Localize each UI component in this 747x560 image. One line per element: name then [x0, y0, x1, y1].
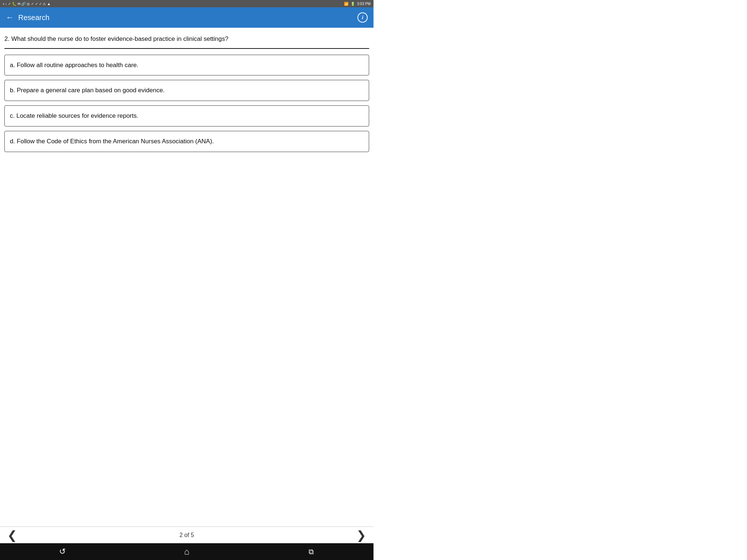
question-divider: [4, 48, 369, 49]
wifi-icon: 📶: [344, 2, 348, 6]
app-bar: ← Research i: [0, 7, 374, 28]
answer-option-b[interactable]: b. Prepare a general care plan based on …: [4, 80, 369, 101]
back-button[interactable]: ←: [6, 13, 14, 22]
notification-icons: ▪ ↓ ✓ 🐛 ✉ 🔗 ◎ ✓ ✓ ✓ ⚠ ▲: [3, 2, 51, 6]
main-content: 2. What should the nurse do to foster ev…: [0, 28, 374, 159]
answer-option-a[interactable]: a. Follow all routine approaches to heal…: [4, 55, 369, 76]
status-bar-left: ▪ ↓ ✓ 🐛 ✉ 🔗 ◎ ✓ ✓ ✓ ⚠ ▲: [3, 2, 51, 6]
app-bar-title: Research: [18, 13, 357, 22]
status-bar-right: 📶 🔋 3:03 PM: [344, 2, 371, 6]
answer-option-c[interactable]: c. Locate reliable sources for evidence …: [4, 105, 369, 127]
question-text: 2. What should the nurse do to foster ev…: [4, 34, 369, 44]
battery-icon: 🔋: [351, 2, 355, 6]
status-bar: ▪ ↓ ✓ 🐛 ✉ 🔗 ◎ ✓ ✓ ✓ ⚠ ▲ 📶 🔋 3:03 PM: [0, 0, 374, 7]
time-display: 3:03 PM: [357, 2, 371, 6]
answer-option-d[interactable]: d. Follow the Code of Ethics from the Am…: [4, 131, 369, 152]
info-button[interactable]: i: [357, 12, 368, 23]
